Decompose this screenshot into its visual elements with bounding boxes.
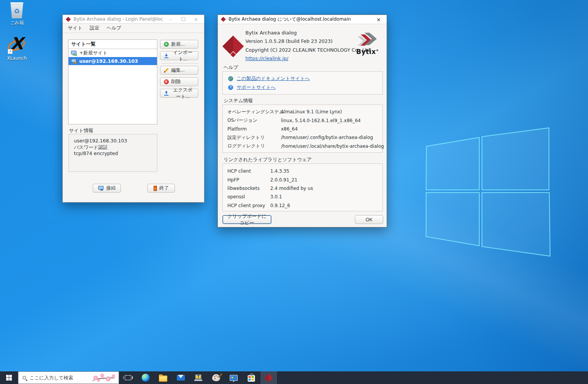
close-button[interactable]: × <box>374 16 384 23</box>
libraries-box: HCP client 1.4.3.35 HpFP 2.0.0.91_21 lib… <box>222 163 383 211</box>
export-button-label: エクスポート... <box>171 87 194 100</box>
import-arrow-icon <box>164 53 169 58</box>
start-button[interactable] <box>0 371 18 384</box>
taskbar-terminal-app[interactable]: T <box>189 371 207 384</box>
support-site-link-row[interactable]: ? サポートサイトへ <box>223 83 382 92</box>
search-icon <box>23 376 26 379</box>
value: x86_64 <box>281 126 382 132</box>
exit-button[interactable]: 終了 <box>147 184 175 193</box>
about-window-title: Bytix Archaea dialog について@localhost.loca… <box>229 16 371 23</box>
recycle-bin-icon: ♻ <box>10 2 24 18</box>
system-info-row: 設定ディレクトリ /home/user/.config/bytix-archae… <box>223 133 382 142</box>
monitor-add-icon <box>71 51 77 56</box>
site-list-item-new[interactable]: +新規サイト <box>69 49 157 57</box>
system-info-row: OSバージョン linux, 5.14.0-162.6.1.el9_1.x86_… <box>223 116 382 124</box>
about-titlebar[interactable]: Bytix Archaea dialog について@localhost.loca… <box>218 15 387 24</box>
menu-site[interactable]: サイト <box>68 25 82 31</box>
taskbar-file-explorer[interactable] <box>154 371 172 384</box>
key: オペレーティングシステム <box>227 109 281 115</box>
libraries-label: リンクされたライブラリとソフトウェア <box>224 157 312 163</box>
new-button-label: 新規... <box>171 41 185 47</box>
taskbar-bytix-active[interactable] <box>260 371 278 384</box>
help-section-label: ヘルプ <box>224 64 238 71</box>
task-view-button[interactable] <box>119 371 137 384</box>
paint-palette-icon <box>212 374 220 381</box>
search-input[interactable] <box>29 375 87 381</box>
app-name: Bytix Archaea dialog <box>245 29 371 37</box>
import-button-label: インポート... <box>171 49 194 62</box>
export-button[interactable]: エクスポート... <box>160 89 198 98</box>
taskbar-edge[interactable] <box>137 371 154 384</box>
delete-button[interactable]: × 削除 <box>160 77 198 86</box>
value: 2.4 modified by us <box>270 186 382 191</box>
button-separator <box>162 63 198 64</box>
value: AlmaLinux 9.1 (Lime Lynx) <box>281 109 382 114</box>
ok-button[interactable]: OK <box>355 215 383 224</box>
value: /home/user/.local/share/bytix-archaea-di… <box>281 144 384 149</box>
about-header-text: Bytix Archaea dialog Version 1.0.5.28 (b… <box>245 29 371 63</box>
globe-icon <box>228 76 233 81</box>
exit-door-icon <box>154 186 157 191</box>
edge-icon <box>142 374 150 382</box>
support-site-link[interactable]: サポートサイトへ <box>237 84 276 91</box>
login-titlebar[interactable]: Bytix Archaea dialog - Login Panel@local… <box>63 15 204 24</box>
system-info-box: オペレーティングシステム AlmaLinux 9.1 (Lime Lynx) O… <box>222 105 383 153</box>
bytix-logo-large <box>222 35 244 58</box>
recycle-glyph: ♻ <box>14 7 20 15</box>
site-info-line: user@192.168.30.103 <box>74 138 152 144</box>
ok-button-label: OK <box>366 217 372 222</box>
minimize-button[interactable]: – <box>166 16 176 22</box>
desktop-icon-recycle-bin[interactable]: ♻ ごみ箱 <box>2 2 31 26</box>
system-info-label: システム情報 <box>224 98 253 104</box>
site-item-label: user@192.168.30.103 <box>79 58 138 64</box>
taskbar-store[interactable] <box>242 371 260 384</box>
xlaunch-icon: X ↗ <box>7 35 27 54</box>
maximize-button[interactable] <box>181 17 185 21</box>
site-info-label: サイト情報 <box>69 127 93 134</box>
site-list: サイト一覧 +新規サイト user@192.168.30.103 <box>68 39 157 124</box>
close-button[interactable]: × <box>191 16 201 22</box>
desktop-icon-xlaunch[interactable]: X ↗ XLaunch <box>2 35 31 61</box>
shortcut-arrow-icon: ↗ <box>8 49 13 54</box>
doc-site-link-row[interactable]: この製品のドキュメントサイトへ <box>223 74 382 83</box>
windows-start-icon <box>6 375 12 381</box>
export-arrow-icon <box>164 91 169 96</box>
taskbar-mail[interactable] <box>172 371 189 384</box>
question-icon: ? <box>228 85 233 90</box>
registered-mark: ® <box>376 49 379 52</box>
copy-to-clipboard-button[interactable]: クリップボードにコピー <box>222 215 271 224</box>
taskbar-presentation[interactable] <box>225 371 242 384</box>
system-info-row: Platform x86_64 <box>223 125 382 133</box>
taskbar-paint[interactable] <box>207 371 225 384</box>
plus-icon: + <box>164 42 169 47</box>
bytix-app-icon <box>221 17 226 22</box>
doc-site-link[interactable]: この製品のドキュメントサイトへ <box>237 75 310 82</box>
laptop-t-icon: T <box>194 374 203 381</box>
key: HCP client <box>227 168 270 174</box>
menu-settings[interactable]: 設定 <box>90 25 99 31</box>
xlaunch-label: XLaunch <box>2 56 31 61</box>
site-item-label: +新規サイト <box>79 50 108 56</box>
pencil-icon <box>164 68 169 73</box>
bytix-app-icon <box>66 17 71 22</box>
login-menubar: サイト 設定 ヘルプ <box>63 24 204 33</box>
site-list-header: サイト一覧 <box>69 40 157 49</box>
new-site-button[interactable]: + 新規... <box>160 40 198 49</box>
import-button[interactable]: インポート... <box>160 51 198 60</box>
key: OSバージョン <box>227 117 281 124</box>
microsoft-store-icon <box>248 375 255 382</box>
library-row: HCP client proxy 0.9.12_6 <box>223 201 382 210</box>
system-info-row: オペレーティングシステム AlmaLinux 9.1 (Lime Lynx) <box>223 108 382 116</box>
menu-help[interactable]: ヘルプ <box>106 25 121 31</box>
clealink-link[interactable]: https://clealink.jp/ <box>245 56 288 61</box>
edit-button[interactable]: 編集... <box>160 66 198 75</box>
key: Platform <box>227 126 281 132</box>
connect-button[interactable]: 接続 <box>93 184 121 193</box>
exit-button-label: 終了 <box>159 185 169 191</box>
monitor-lock-icon <box>71 59 77 64</box>
library-row: libwebsockets 2.4 modified by us <box>223 184 382 193</box>
presentation-icon <box>230 375 238 381</box>
taskbar-search[interactable] <box>18 371 119 384</box>
site-list-item-user[interactable]: user@192.168.30.103 <box>69 57 157 65</box>
site-info-box: user@192.168.30.103 パスワード認証 tcp/874 encr… <box>69 134 157 172</box>
